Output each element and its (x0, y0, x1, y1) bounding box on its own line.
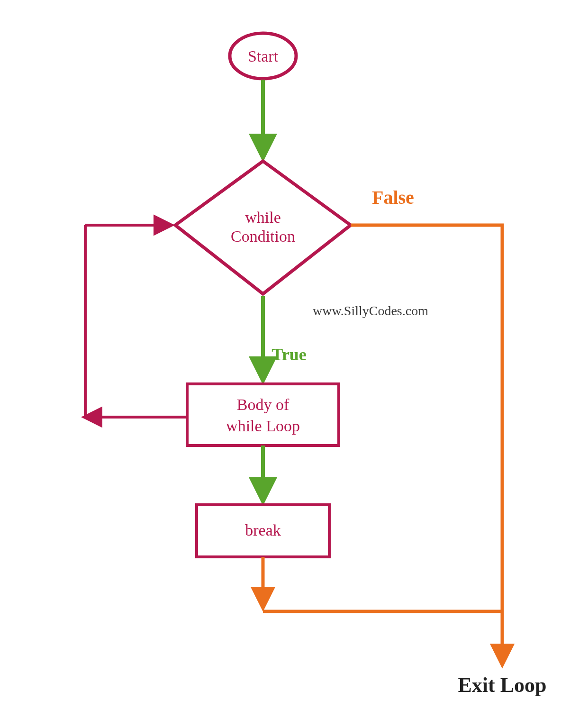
svg-rect-2 (187, 384, 339, 446)
break-label: break (245, 521, 281, 539)
body-label-1: Body of (237, 396, 289, 413)
false-label: False (372, 187, 414, 208)
condition-node: while Condition (175, 161, 351, 294)
edge-condition-false (351, 225, 502, 664)
watermark: www.SillyCodes.com (313, 303, 428, 318)
start-label: Start (248, 47, 279, 65)
true-label: True (271, 345, 306, 364)
exit-label: Exit Loop (458, 673, 546, 697)
body-node: Body of while Loop (187, 384, 339, 446)
condition-label-1: while (245, 209, 281, 226)
body-label-2: while Loop (226, 417, 300, 435)
flowchart-canvas: Start while Condition www.SillyCodes.com… (0, 0, 588, 728)
condition-label-2: Condition (231, 228, 295, 245)
start-node: Start (229, 33, 297, 79)
break-node: break (197, 505, 329, 557)
